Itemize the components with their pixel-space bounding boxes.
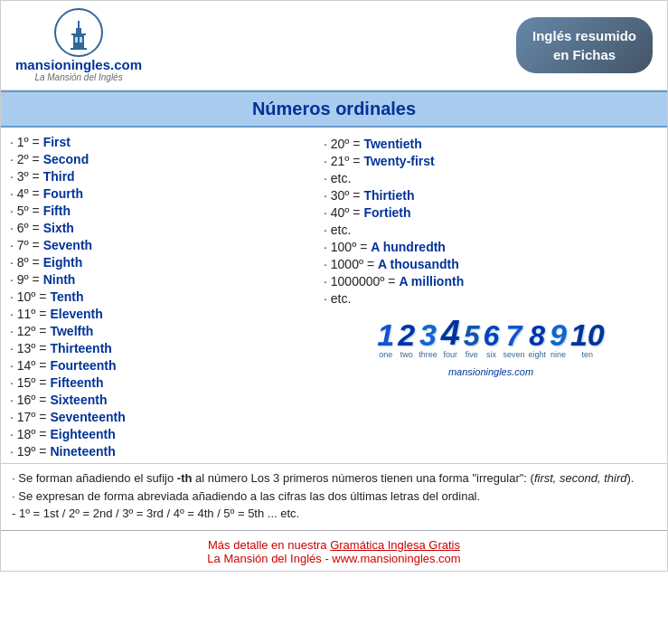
left-ordinal-item: 17º = Seventeenth	[10, 408, 316, 425]
number-figure: 6six	[484, 321, 500, 359]
footer-line2: La Mansión del Inglés - www.mansioningle…	[1, 552, 667, 565]
logo-area: mansioningles.com La Mansión del Inglés	[15, 8, 142, 82]
number-figure: 9nine	[550, 319, 567, 359]
right-ordinal-item: 30º = Thirtieth	[324, 186, 658, 204]
footer-line1: Más detalle en nuestra Gramática Inglesa…	[1, 538, 667, 552]
left-ordinal-item: 13º = Thirteenth	[10, 339, 316, 356]
left-ordinal-item: 15º = Fifteenth	[10, 374, 316, 391]
number-figure: 7seven	[503, 321, 524, 359]
left-ordinal-item: 18º = Eighteenth	[10, 425, 316, 442]
page-wrapper: mansioningles.com La Mansión del Inglés …	[0, 0, 668, 572]
number-figure: 4four	[441, 316, 460, 359]
left-ordinal-item: 6º = Sixth	[10, 219, 316, 236]
header-badge: Inglés resumido en Fichas	[516, 17, 653, 73]
left-ordinal-item: 14º = Fourteenth	[10, 356, 316, 374]
logo-subtext: La Mansión del Inglés	[34, 72, 122, 82]
mansioningles-label: mansioningles.com	[448, 366, 533, 377]
left-ordinal-item: 10º = Tenth	[10, 288, 316, 305]
right-ordinal-list: 20º = Twentieth21º = Twenty-firstetc.30º…	[324, 135, 658, 307]
right-ordinal-item: 20º = Twentieth	[324, 135, 658, 152]
numbers-image-area: 1one2two3three4four5five6six7seven8eight…	[324, 310, 658, 377]
svg-rect-5	[71, 48, 87, 50]
right-ordinal-item: etc.	[324, 221, 658, 238]
left-ordinal-item: 5º = Fifth	[10, 202, 316, 219]
left-ordinal-list: 1º = First2º = Second3º = Third4º = Four…	[10, 133, 316, 459]
number-figures: 1one2two3three4four5five6six7seven8eight…	[373, 310, 607, 365]
left-ordinal-item: 12º = Twelfth	[10, 322, 316, 339]
left-ordinal-item: 3º = Third	[10, 167, 316, 185]
logo-icon	[54, 8, 103, 57]
badge-line1: Inglés resumido	[532, 28, 636, 43]
badge-line2: en Fichas	[553, 47, 616, 62]
right-ordinal-item: 40º = Fortieth	[324, 204, 658, 221]
page-title: Números ordinales	[1, 90, 667, 128]
bottom-text-3: - 1º = 1st / 2º = 2nd / 3º = 3rd / 4º = …	[12, 505, 656, 523]
header: mansioningles.com La Mansión del Inglés …	[1, 1, 667, 90]
left-ordinal-item: 16º = Sixteenth	[10, 391, 316, 408]
right-ordinal-item: 1000º = A thousandth	[324, 255, 658, 272]
logo-text: mansioningles.com	[15, 57, 142, 72]
svg-rect-3	[78, 21, 80, 30]
right-column: 20º = Twentieth21º = Twenty-firstetc.30º…	[324, 133, 658, 459]
right-ordinal-item: etc.	[324, 169, 658, 186]
number-figure: 1one	[377, 319, 394, 359]
left-ordinal-item: 1º = First	[10, 133, 316, 150]
number-figure: 2two	[398, 319, 415, 359]
bottom-text-2: · Se expresan de forma abreviada añadien…	[12, 488, 656, 506]
left-ordinal-item: 11º = Eleventh	[10, 305, 316, 322]
right-top: 20º = Twentieth21º = Twenty-firstetc.30º…	[324, 133, 658, 307]
number-figure: 10ten	[570, 319, 605, 359]
main-content: 1º = First2º = Second3º = Third4º = Four…	[1, 128, 667, 463]
left-ordinal-item: 8º = Eighth	[10, 253, 316, 270]
svg-rect-7	[80, 37, 82, 43]
footer: Más detalle en nuestra Gramática Inglesa…	[1, 535, 667, 571]
right-ordinal-item: etc.	[324, 289, 658, 307]
right-ordinal-item: 21º = Twenty-first	[324, 152, 658, 169]
right-ordinal-item: 100º = A hundredth	[324, 238, 658, 255]
left-ordinal-item: 9º = Ninth	[10, 270, 316, 288]
left-ordinal-item: 4º = Fourth	[10, 185, 316, 202]
left-ordinal-item: 7º = Seventh	[10, 236, 316, 253]
svg-rect-6	[75, 37, 78, 43]
svg-rect-1	[73, 35, 84, 50]
right-ordinal-item: 1000000º = A millionth	[324, 272, 658, 289]
number-figure: 5five	[464, 321, 480, 359]
grammar-link[interactable]: Gramática Inglesa Gratis	[330, 538, 460, 552]
bottom-text-1: · Se forman añadiendo el sufijo -th al n…	[12, 469, 656, 488]
left-ordinal-item: 19º = Nineteenth	[10, 442, 316, 459]
number-figure: 3three	[419, 319, 437, 359]
left-ordinal-item: 2º = Second	[10, 150, 316, 167]
footer-divider	[1, 530, 667, 531]
number-figure: 8eight	[528, 321, 546, 359]
svg-rect-4	[71, 33, 86, 35]
left-column: 1º = First2º = Second3º = Third4º = Four…	[10, 133, 324, 459]
bottom-section: · Se forman añadiendo el sufijo -th al n…	[1, 463, 667, 526]
